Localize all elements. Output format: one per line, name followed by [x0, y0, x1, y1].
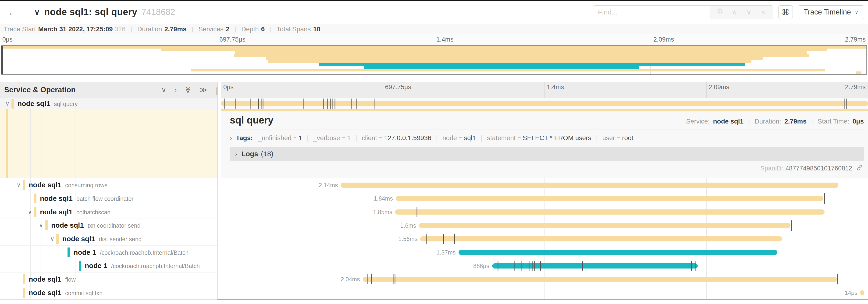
timeline-row[interactable]: 1.85ms: [221, 205, 868, 219]
title-chevron-down-icon[interactable]: ∨: [34, 7, 40, 17]
minimap-span-bar: [268, 60, 752, 63]
timeline-row[interactable]: 2.14ms: [221, 178, 868, 192]
find-prev-icon[interactable]: ∧: [727, 8, 742, 16]
keyboard-shortcuts-button[interactable]: ⌘: [778, 5, 793, 19]
log-tick: [533, 261, 533, 271]
minimap-left-handle[interactable]: [1, 46, 3, 74]
tag-key: client: [362, 134, 377, 141]
tag-value: 127.0.0.1:59936: [384, 134, 431, 141]
top-bar: ← ∨ node sql1: sql query 7418682 ∧ ∨: [0, 1, 868, 23]
span-bar[interactable]: [860, 290, 864, 295]
log-tick: [844, 99, 844, 109]
log-tick: [792, 221, 792, 231]
meta-separator: |: [811, 118, 813, 125]
tag-equals: =: [459, 135, 462, 141]
collapse-all-icon[interactable]: ≫: [184, 86, 192, 93]
log-tick: [263, 99, 264, 109]
find-input[interactable]: [593, 6, 710, 19]
timeline-row[interactable]: 1.37ms: [221, 246, 868, 259]
span-tree-row[interactable]: ∨node sql1txn coordinator send: [0, 219, 217, 232]
tags-row[interactable]: › Tags: _unfinished=1|_verbose=1|client=…: [230, 134, 864, 142]
tag-item: user=root: [602, 134, 633, 142]
span-id-row: SpanID: 4877749850101760812: [230, 164, 864, 173]
info-label: Duration: [137, 26, 162, 33]
span-tree-row[interactable]: node 1/cockroach.roachpb.Internal/Batch: [0, 246, 217, 259]
minimap-row: [1, 46, 867, 48]
timeline-panel: 0μs697.75μs1.4ms2.09ms2.79ms sql query S…: [221, 82, 868, 299]
tag-item: node=sql1: [442, 134, 476, 142]
span-bar[interactable]: [395, 209, 825, 214]
span-tree-row[interactable]: node sql1flow: [0, 273, 217, 286]
timeline-minimap[interactable]: [1, 45, 867, 75]
span-tree-row[interactable]: ∨node sql1colbatchscan: [0, 205, 217, 219]
log-tick: [846, 99, 847, 109]
minimap-right-handle[interactable]: [866, 46, 867, 74]
span-bar[interactable]: [419, 223, 790, 228]
span-bar[interactable]: [363, 277, 837, 282]
row-chevron-down-icon[interactable]: ∨: [28, 209, 32, 215]
expand-all-icon[interactable]: ≫: [200, 86, 207, 94]
panel-resize-grip[interactable]: ║: [215, 87, 220, 95]
minimap-row: [1, 48, 867, 52]
locate-icon[interactable]: [713, 8, 727, 16]
log-tick: [824, 193, 825, 204]
find-clear-icon[interactable]: ×: [756, 8, 771, 16]
timeline-row[interactable]: 14μs: [221, 286, 868, 300]
span-bar[interactable]: [221, 101, 868, 106]
row-chevron-down-icon[interactable]: ∨: [17, 182, 21, 188]
header-column-line: [706, 82, 707, 98]
span-bar[interactable]: [420, 236, 782, 241]
span-bar[interactable]: [396, 196, 824, 201]
span-tree-row[interactable]: ∨node sql1dist sender send: [0, 232, 217, 246]
link-icon[interactable]: [856, 164, 863, 173]
back-button[interactable]: ←: [0, 1, 26, 23]
span-tree-row[interactable]: ∨node sql1consuming rows: [0, 178, 217, 192]
tag-key: statement: [487, 134, 516, 141]
service-color-bar: [23, 274, 25, 284]
span-bar[interactable]: [341, 182, 838, 188]
span-tree-row[interactable]: node sql1batch flow coordinator: [0, 192, 217, 205]
tag-key: node: [442, 134, 457, 141]
logs-row[interactable]: › Logs (18): [230, 147, 864, 161]
back-arrow-icon: ←: [8, 6, 18, 18]
tag-equals: =: [342, 135, 345, 141]
span-duration-label: 14μs: [845, 290, 858, 296]
selected-span-accent-strip: [221, 109, 868, 111]
row-chevron-down-icon[interactable]: ∨: [5, 100, 9, 107]
log-tick: [375, 99, 375, 109]
span-tree-row[interactable]: ∨node sql1sql query: [0, 98, 217, 109]
jaeger-trace-view: ← ∨ node sql1: sql query 7418682 ∧ ∨: [0, 0, 868, 304]
span-tree-row-selected[interactable]: ∨node sql1sql query: [0, 98, 217, 109]
view-switcher-button[interactable]: Trace Timeline ∨: [798, 5, 864, 19]
timeline-row[interactable]: 2.04ms: [221, 273, 868, 286]
span-duration-label: 886μs: [473, 263, 489, 269]
timeline-row[interactable]: 1.56ms: [221, 232, 868, 246]
service-color-bar: [23, 288, 25, 298]
service-name: node sql1colbatchscan: [40, 208, 111, 216]
row-chevron-down-icon[interactable]: ∨: [39, 222, 43, 229]
span-duration-label: 1.85ms: [373, 209, 392, 215]
row-chevron-down-icon[interactable]: ∨: [50, 236, 55, 242]
minimap-span-bar: [235, 52, 807, 54]
log-tick: [534, 261, 535, 271]
ruler-tick-label: 0μs: [2, 36, 12, 43]
tag-equals: =: [293, 135, 297, 141]
log-tick: [224, 99, 224, 109]
span-tree-row[interactable]: node 1/cockroach.roachpb.Internal/Batch: [0, 259, 217, 273]
tag-item: _unfinished=1: [258, 134, 302, 142]
timeline-row[interactable]: 886μs: [221, 259, 868, 273]
log-tick: [351, 99, 352, 109]
selected-span-bar-row[interactable]: [221, 98, 868, 109]
timeline-row[interactable]: 1.84ms: [221, 192, 868, 205]
log-tick: [258, 99, 259, 109]
span-tree-row[interactable]: node sql1commit sql txn: [0, 286, 217, 300]
find-next-icon[interactable]: ∨: [742, 8, 756, 16]
collapse-one-icon[interactable]: ∨: [161, 86, 166, 94]
ruler-tick-label: 697.75μs: [219, 36, 246, 43]
span-bar[interactable]: [492, 263, 698, 269]
info-separator: |: [192, 26, 193, 33]
start-time-label: Start Time:: [817, 118, 849, 125]
timeline-row[interactable]: 1.6ms: [221, 219, 868, 232]
span-bar[interactable]: [459, 250, 778, 255]
expand-one-icon[interactable]: ›: [174, 86, 177, 94]
